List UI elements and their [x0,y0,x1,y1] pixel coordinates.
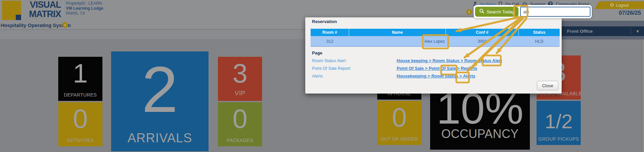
tile-departures[interactable]: 1 DEPARTURES [58,57,102,101]
tile-label: ACTIVITIES [58,138,102,143]
property-id: PropertyID : LEARN [66,1,103,6]
tile-value: 0 [58,106,102,132]
tile-value: 0 [218,106,262,132]
brand-logo-text: VISUAL MATRIX [23,0,61,19]
page-result-row: Point Of Sale Report Point Of Sale > Poi… [312,66,477,71]
info-icon[interactable]: i [62,22,68,28]
col-room: Room # [311,29,349,36]
search-today-button[interactable]: Search Today [475,7,518,17]
tile-label: PACKAGES [218,138,262,143]
tile-out-of-order[interactable]: 0 OUT OF ORDER [377,101,421,145]
brand-line1: VISUAL [23,0,61,9]
tile-value: 0 [377,104,421,131]
col-conf: Conf # [446,29,519,36]
tile-label: OUT OF ORDER [377,136,421,142]
business-date: 07/26/25 [619,10,641,16]
page-result-label[interactable]: Alerts [312,74,397,79]
chevron-down-icon: ▼ [636,29,640,34]
page-result-label[interactable]: Point Of Sale Report [312,66,397,71]
tile-arrivals[interactable]: 2 ARRIVALS [111,51,209,151]
tile-label: OCCUPANCY [430,127,530,141]
logo-notch [16,15,21,20]
tile-group-pickups[interactable]: 1/2 GROUP PICKUPS [537,101,581,145]
status-badge: HLD [519,36,560,46]
logout-button[interactable]: Logout [594,1,644,9]
tile-activities[interactable]: 0 ACTIVITIES [58,102,102,146]
brand-logo-mark [2,1,21,20]
col-status: Status [519,29,560,36]
brand-tagline: Hospitality Operating System [1,22,71,28]
tile-vip[interactable]: 3 VIP [218,57,262,101]
tile-label: ARRIVALS [111,131,209,145]
reservation-section-title: Reservation [312,19,337,24]
tile-value: 2 [111,57,209,122]
property-info: PropertyID : LEARN VM Learning Lodge PAR… [66,1,103,16]
page-result-label[interactable]: Room Status Alert [312,58,397,63]
power-icon [610,3,614,8]
room-number: 312 [311,36,349,46]
col-name: Name [349,29,446,36]
table-header-row: Room # Name Conf # Status [311,29,560,36]
logo-divider [63,1,63,15]
search-results-popup: Reservation Room # Name Conf # Status 31… [305,17,562,94]
tile-value: 1/2 [537,112,581,132]
search-bar: Search Today [474,5,592,18]
page-result-link[interactable]: House keeping > Room Status > Room Statu… [397,58,502,63]
conf-number: 3001 [446,36,519,46]
tile-value: 1 [58,60,102,87]
tile-label: DEPARTURES [58,92,102,98]
tile-label: VIP [218,90,262,97]
page-result-link[interactable]: Point Of Sale > Point Of Sale > Reports [397,66,477,71]
page-result-row: Room Status Alert House keeping > Room S… [312,58,502,63]
department-label: Front Office [567,29,593,34]
page-result-row: Alerts Housekeeping > Room Status > Aler… [312,73,475,79]
tile-value: 3 [218,60,262,87]
department-dropdown[interactable]: Front Office ▼ [556,26,644,36]
brand-line2: MATRIX [23,9,61,19]
guest-name: Alex Lopez [349,36,446,46]
tile-packages[interactable]: 0 PACKAGES [218,102,262,146]
logout-label: Logout [616,3,629,8]
tile-label: GROUP PICKUPS [537,136,581,142]
search-icon [479,9,484,15]
search-button-label: Search Today [487,9,514,14]
search-input[interactable] [520,7,590,17]
table-row[interactable]: 312 Alex Lopez 3001 HLD [311,36,560,47]
reservation-table: Room # Name Conf # Status 312 Alex Lopez… [311,29,560,47]
page-section-title: Page [312,50,322,55]
app-window: VISUAL MATRIX Hospitality Operating Syst… [0,0,644,152]
search-info-icon[interactable]: i [466,9,472,15]
page-result-link[interactable]: Housekeeping > Room Status > Alerts [397,73,475,79]
property-name: VM Learning Lodge [66,6,103,11]
property-location: PARIS, TX [66,11,103,16]
dropdown-divider [631,28,631,35]
close-button[interactable]: Close [537,81,558,90]
scrollbar[interactable] [642,21,644,152]
